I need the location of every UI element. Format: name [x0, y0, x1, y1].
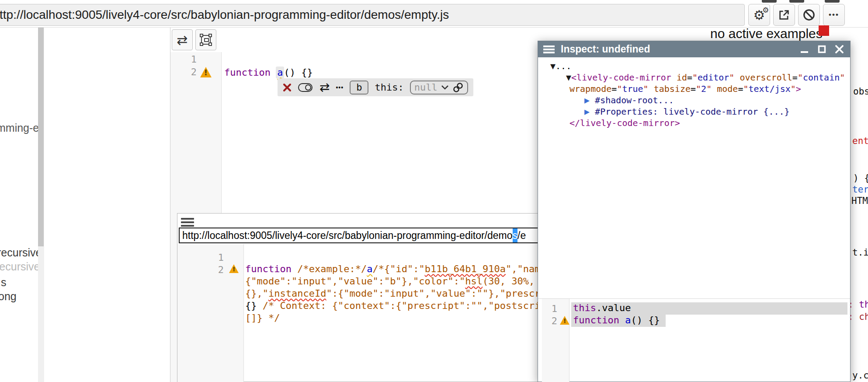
minimize-icon: [801, 51, 808, 53]
url-text: http://localhost:9005/lively4-core/src/b…: [182, 228, 513, 242]
warning-icon: [229, 264, 239, 273]
scrollbar-thumb[interactable]: [38, 28, 44, 246]
block-button[interactable]: [798, 4, 820, 26]
more-options-button[interactable]: •••: [823, 4, 845, 26]
dom-tree-row[interactable]: wrapmode="true" tabsize="2" mode="text/j…: [569, 83, 801, 95]
gears-icon: ⚙ ⚙: [753, 7, 765, 23]
example-b-button[interactable]: b: [350, 81, 368, 95]
line-number: 1: [185, 54, 197, 65]
ellipsis-icon: •••: [829, 11, 839, 19]
url-text: /e: [517, 228, 526, 242]
close-icon: [835, 45, 844, 53]
swap-arrows-icon: ⇄: [177, 32, 187, 48]
this-value-dropdown[interactable]: null: [410, 81, 468, 95]
babylonian-demo-window: http://localhost:9005/lively4-core/src/b…: [177, 213, 564, 382]
clipped-code-fragment: obs: [853, 86, 868, 97]
code-line: {"mode":"input","value":"b"},"color":"hs…: [245, 275, 565, 287]
dom-tree-row[interactable]: ▼...: [550, 60, 571, 72]
line-number: 2: [546, 315, 557, 326]
clipped-code-fragment: HTM: [851, 196, 868, 206]
no-active-examples-label: no active examples: [710, 26, 823, 41]
line-number: 1: [212, 252, 224, 263]
more-icon[interactable]: •••: [336, 84, 344, 91]
address-bar-input[interactable]: ttp://localhost:9005/lively4-core/src/ba…: [0, 4, 745, 26]
link-icon[interactable]: [452, 82, 464, 93]
file-list-item[interactable]: s: [1, 276, 7, 289]
warning-icon: [200, 67, 212, 77]
code-line: function /*example:*/a/*{"id":"b11b_64b1…: [245, 263, 565, 275]
window-control-stub-icon: [789, 0, 804, 3]
line-number: 2: [185, 67, 197, 77]
eval-code-line[interactable]: this.value: [573, 302, 631, 314]
ban-icon: [802, 8, 816, 21]
clipped-code-fragment: ter: [852, 184, 868, 195]
code-line[interactable]: function a() {}: [224, 66, 313, 79]
swap-arrows-icon[interactable]: ⇄: [319, 80, 330, 95]
pane-divider: [44, 28, 44, 382]
url-input[interactable]: http://localhost:9005/lively4-core/src/b…: [179, 228, 563, 243]
window-title: Inspect: undefined: [561, 43, 792, 55]
probe-widget-toolbar: ⇄ ••• b this: null: [278, 78, 473, 96]
inspector-window: Inspect: undefined ▼... ▼<lively-code-mi…: [538, 41, 851, 382]
clipped-code-fragment: : ch: [848, 312, 868, 322]
external-link-icon: [778, 9, 790, 21]
file-list-item[interactable]: ong: [0, 290, 17, 303]
code-editor[interactable]: function /*example:*/a/*{"id":"b11b_64b1…: [245, 263, 565, 324]
clipped-code-fragment: t.i: [852, 247, 868, 258]
window-menu-icon[interactable]: [543, 44, 555, 55]
clipped-code-fragment: ent: [852, 136, 868, 146]
scrollbar-track[interactable]: [38, 28, 44, 382]
example-status-marker: [819, 25, 829, 36]
minimize-button[interactable]: [799, 45, 810, 54]
dom-tree-row[interactable]: ▶ #Properties: lively-code-mirror {...}: [584, 106, 790, 117]
file-list-item[interactable]: mming-e: [0, 122, 39, 134]
dom-tree-row[interactable]: ▼<lively-code-mirror id="editor" overscr…: [566, 72, 845, 83]
chevron-down-icon: [441, 84, 449, 90]
clipped-code-fragment: y.c: [852, 370, 868, 381]
dom-tree-row[interactable]: </lively-code-mirror>: [569, 117, 680, 129]
frame-select-icon: [200, 34, 212, 46]
frame-select-button[interactable]: [195, 29, 216, 50]
code-line: {},"instanceId":{"mode":"input","value":…: [245, 287, 565, 300]
swap-view-button[interactable]: ⇄: [172, 29, 193, 50]
maximize-button[interactable]: [816, 45, 827, 54]
code-line: []} */: [245, 312, 565, 324]
line-number: 2: [212, 264, 224, 275]
close-icon[interactable]: [283, 83, 292, 92]
maximize-icon: [818, 45, 826, 53]
warning-icon: [560, 316, 569, 325]
dropdown-value: null: [414, 82, 437, 93]
close-button[interactable]: [833, 45, 845, 54]
line-number: 1: [546, 303, 557, 314]
clipped-code-fragment: : th: [848, 299, 868, 310]
clipped-code-fragment: ) {: [853, 173, 868, 183]
this-label: this:: [375, 82, 403, 93]
file-list-item[interactable]: recursive: [0, 260, 40, 273]
inspector-titlebar[interactable]: Inspect: undefined: [538, 41, 850, 57]
open-external-button[interactable]: [773, 4, 795, 26]
window-control-stub-icon: [762, 0, 777, 3]
eval-code-line[interactable]: function a() {}: [573, 314, 660, 326]
url-selected-text: s: [513, 228, 518, 242]
window-menu-icon[interactable]: [181, 216, 194, 228]
dom-tree-row[interactable]: ▶ #shadow-root...: [584, 95, 674, 106]
window-control-stub-icon: [825, 0, 840, 3]
file-list-item[interactable]: recursive: [0, 246, 42, 259]
toggle-icon[interactable]: [298, 82, 313, 93]
eval-separator: [538, 298, 850, 299]
code-line: {} /* Context: {"context":{"prescript":"…: [245, 300, 565, 312]
settings-button[interactable]: ⚙ ⚙: [748, 4, 770, 26]
